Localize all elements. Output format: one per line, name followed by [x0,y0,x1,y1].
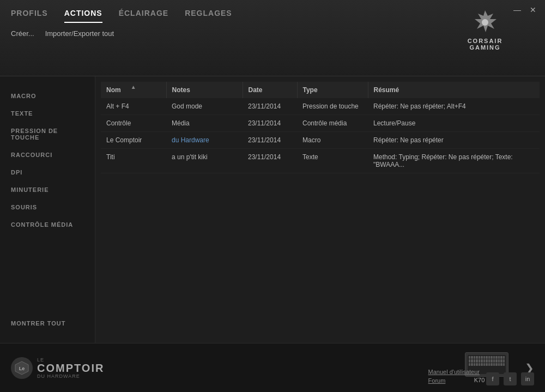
tab-reglages[interactable]: REGLAGES [185,9,232,23]
table-row[interactable]: Alt + F4 God mode 23/11/2014 Pression de… [101,98,540,115]
corsair-logo: CORSAIR GAMING [458,5,512,55]
cell-date: 23/11/2014 [243,132,297,149]
table-row[interactable]: Le Comptoir du Hardware 23/11/2014 Macro… [101,132,540,149]
sidebar-item-dpi[interactable]: DPI [0,164,95,181]
tab-profils[interactable]: PROFILS [11,9,48,23]
forum-link[interactable]: Forum [428,377,480,384]
cell-notes-link[interactable]: du Hardware [166,132,243,149]
cell-resume: Method: Typing; Répéter: Ne pas répéter;… [368,149,540,173]
svg-point-1 [482,19,488,26]
close-button[interactable]: ✕ [528,4,538,15]
cell-notes: Média [166,115,243,132]
manuel-link[interactable]: Manuel d'utilisateur [428,369,480,375]
sidebar-item-texte[interactable]: TEXTE [0,105,95,122]
tab-eclairage[interactable]: ÉCLAIRAGE [119,9,168,23]
minimize-button[interactable]: — [511,4,523,15]
svg-text:Le: Le [19,366,25,371]
montrer-tout-button[interactable]: MONTRER TOUT [0,315,95,332]
bottom-bar: Le Le COMPTOIR du HARDWARE [0,343,545,392]
twitter-icon[interactable]: t [504,372,517,385]
sidebar-item-minuterie[interactable]: MINUTERIE [0,181,95,198]
facebook-icon[interactable]: f [486,372,499,385]
cell-notes: God mode [166,98,243,115]
top-bar: — ✕ CORSAIR GAMING PROFILS ACTIONS ÉCLAI… [0,0,545,76]
col-header-notes[interactable]: Notes [166,82,243,98]
importer-button[interactable]: Importer/Exporter tout [45,29,114,38]
table-row[interactable]: Titi a un p'tit kiki 23/11/2014 Texte Me… [101,149,540,173]
cell-type: Pression de touche [297,98,368,115]
linkedin-icon[interactable]: in [521,372,534,385]
main-content: MACRO TEXTE PRESSION DE TOUCHE RACCOURCI… [0,76,545,343]
col-header-resume[interactable]: Résumé [368,82,540,98]
table-row[interactable]: Contrôle Média 23/11/2014 Contrôle média… [101,115,540,132]
cell-resume: Répéter: Ne pas répéter [368,132,540,149]
sidebar-item-raccourci[interactable]: RACCOURCI [0,146,95,164]
tab-actions[interactable]: ACTIONS [64,9,102,23]
actions-table: ▲ Nom Notes Date Type Résumé [101,82,540,173]
social-icons: f t in [486,372,534,385]
cell-date: 23/11/2014 [243,115,297,132]
sidebar-item-souris[interactable]: SOURIS [0,198,95,216]
creer-button[interactable]: Créer... [11,29,34,38]
cell-type: Contrôle média [297,115,368,132]
col-header-date[interactable]: Date [243,82,297,98]
bottom-logo: Le Le COMPTOIR du HARDWARE [11,357,104,379]
cell-type: Macro [297,132,368,149]
cell-nom: Contrôle [101,115,166,132]
col-header-type[interactable]: Type [297,82,368,98]
sidebar: MACRO TEXTE PRESSION DE TOUCHE RACCOURCI… [0,76,95,343]
cell-nom: Alt + F4 [101,98,166,115]
sidebar-item-controle-media[interactable]: CONTRÔLE MÉDIA [0,216,95,233]
table-area: ▲ Nom Notes Date Type Résumé [95,76,545,343]
col-header-nom[interactable]: ▲ Nom [101,82,166,98]
cell-date: 23/11/2014 [243,149,297,173]
sidebar-item-macro[interactable]: MACRO [0,87,95,105]
window-controls: — ✕ [511,4,538,15]
footer-links: Manuel d'utilisateur Forum [428,369,480,384]
cell-nom: Titi [101,149,166,173]
sidebar-item-pression[interactable]: PRESSION DE TOUCHE [0,122,95,146]
cell-resume: Répéter: Ne pas répéter; Alt+F4 [368,98,540,115]
cell-date: 23/11/2014 [243,98,297,115]
cell-type: Texte [297,149,368,173]
cell-resume: Lecture/Pause [368,115,540,132]
cell-nom: Le Comptoir [101,132,166,149]
sort-arrow-icon: ▲ [131,84,136,90]
cell-notes: a un p'tit kiki [166,149,243,173]
logo-icon: Le [11,357,33,379]
